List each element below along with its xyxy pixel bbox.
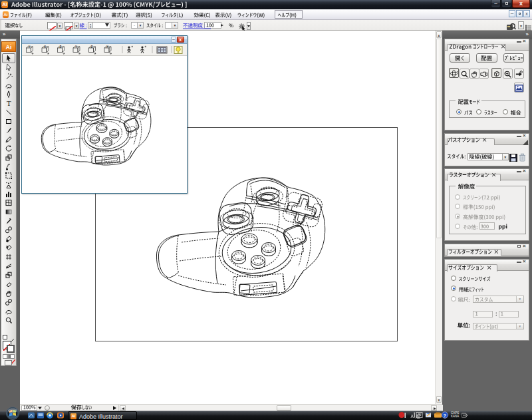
svg-text:?: ? <box>444 413 447 419</box>
svg-text:Z: Z <box>60 45 62 49</box>
svg-text:Y: Y <box>75 45 77 49</box>
svg-text:Z: Z <box>91 45 93 49</box>
svg-text:Y: Y <box>29 45 31 49</box>
svg-text:X: X <box>44 45 46 49</box>
svg-text:T: T <box>7 99 11 107</box>
svg-text:X: X <box>106 45 108 49</box>
